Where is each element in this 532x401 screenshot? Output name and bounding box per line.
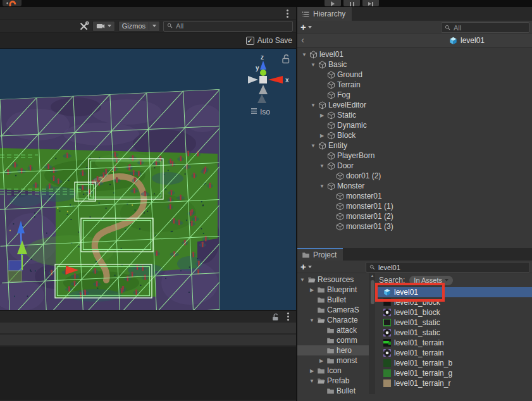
project-result-item[interactable]: level01_block — [375, 307, 532, 318]
project-folder-item[interactable]: attack — [297, 325, 369, 335]
caret-closed-icon[interactable]: ▶ — [309, 287, 315, 293]
hierarchy-item[interactable]: monster01 (1) — [297, 201, 532, 211]
scrollbar-thumb[interactable] — [371, 280, 374, 304]
sprite-asset-icon — [383, 349, 391, 357]
caret-closed-icon[interactable]: ▶ — [319, 133, 325, 139]
search-icon — [166, 22, 174, 30]
project-add-button[interactable]: + — [300, 262, 312, 271]
scene-search-input[interactable]: All — [163, 21, 293, 32]
chevron-down-icon — [308, 26, 312, 28]
gameobject-cube-icon — [327, 71, 335, 79]
console-panel-menu-icon[interactable] — [287, 316, 289, 318]
hierarchy-item[interactable]: ▶Block — [297, 130, 532, 140]
project-result-item[interactable]: level01_terrain — [375, 348, 532, 358]
plus-icon: + — [300, 262, 306, 271]
caret-open-icon[interactable]: ▼ — [309, 318, 315, 323]
caret-closed-icon[interactable]: ▶ — [309, 368, 315, 374]
caret-open-icon[interactable]: ▼ — [319, 163, 325, 169]
hierarchy-item[interactable]: ▼Monster — [297, 181, 532, 191]
pause-button[interactable] — [343, 0, 360, 6]
scroll-up-icon[interactable]: ▲ — [369, 274, 375, 278]
back-chevron-icon[interactable]: ‹ — [301, 34, 304, 45]
console-entry-row[interactable] — [0, 335, 296, 347]
folder-item-label: Blueprint — [327, 285, 357, 294]
hierarchy-item[interactable]: ▼Door — [297, 161, 532, 171]
project-folder-item[interactable]: ▼Prefab — [297, 376, 369, 386]
project-result-item[interactable]: level01 — [375, 287, 532, 297]
scene-camera-dropdown[interactable] — [92, 21, 115, 32]
project-folder-item[interactable]: ▼Resources — [297, 275, 369, 285]
project-folder-item[interactable]: CameraS — [297, 305, 369, 315]
hierarchy-item[interactable]: ▼level01 — [297, 49, 532, 59]
tree-item-label: monster01 — [346, 192, 382, 200]
projection-mode-toggle[interactable]: Iso — [251, 108, 270, 116]
tab-hierarchy[interactable]: Hierarchy — [297, 7, 352, 21]
hierarchy-search-input[interactable]: All — [441, 22, 529, 33]
hierarchy-item[interactable]: Ground — [297, 70, 532, 80]
project-result-item[interactable]: level01_terrain_r — [375, 378, 532, 388]
hierarchy-item[interactable]: PlayerBorn — [297, 151, 532, 161]
tab-project[interactable]: Project — [297, 248, 343, 261]
project-folder-item[interactable]: ▼Characte — [297, 315, 369, 325]
project-folder-item[interactable]: ▶Blueprint — [297, 285, 369, 295]
project-result-item[interactable]: level01_terrain — [375, 338, 532, 348]
hierarchy-item[interactable]: Terrain — [297, 80, 532, 90]
step-button[interactable] — [362, 0, 379, 6]
hierarchy-item[interactable]: ▼Basic — [297, 59, 532, 70]
project-search-results: Search: In Assets level01level01_blockle… — [375, 273, 532, 394]
project-folder-item[interactable]: ▶Icon — [297, 366, 369, 376]
hierarchy-item[interactable]: ▶Static — [297, 110, 532, 120]
scene-viewport[interactable]: z y x Iso — [0, 49, 296, 310]
project-result-item[interactable]: level01_static — [375, 328, 532, 338]
project-result-item[interactable]: level01_terrain_g — [375, 368, 532, 378]
hierarchy-item[interactable]: monster01 — [297, 191, 532, 201]
caret-open-icon[interactable]: ▼ — [310, 62, 316, 68]
project-tab-label: Project — [313, 250, 337, 259]
project-folder-item[interactable]: ▶monst — [297, 355, 369, 366]
hierarchy-item[interactable]: Dynamic — [297, 120, 532, 130]
caret-open-icon[interactable]: ▼ — [301, 52, 307, 58]
caret-open-icon[interactable]: ▼ — [299, 277, 306, 283]
scene-lock-icon[interactable] — [283, 55, 289, 63]
caret-open-icon[interactable]: ▼ — [310, 102, 316, 108]
project-folder-item[interactable]: Bullet — [297, 295, 369, 305]
folder-item-label: CameraS — [327, 305, 359, 314]
unlock-icon[interactable] — [271, 312, 280, 321]
texture-thumbnail-icon — [383, 319, 391, 326]
hierarchy-add-button[interactable]: + — [300, 23, 312, 32]
caret-open-icon[interactable]: ▼ — [309, 378, 315, 384]
autosave-checkbox[interactable]: ✓ — [246, 37, 254, 45]
hierarchy-item[interactable]: Fog — [297, 90, 532, 100]
gizmos-dropdown[interactable]: Gizmos — [118, 21, 160, 32]
project-search-input[interactable]: level01 — [366, 262, 530, 273]
scene-panel-menu-icon[interactable] — [287, 13, 288, 15]
caret-closed-icon[interactable]: ▶ — [319, 113, 325, 118]
project-folder-item[interactable]: comm — [297, 335, 369, 345]
plugin-button[interactable] — [3, 0, 22, 6]
texture-thumbnail-icon — [383, 359, 391, 367]
search-scope-dropdown[interactable]: In Assets — [409, 276, 453, 285]
console-entry-row[interactable] — [0, 323, 296, 335]
project-folder-item[interactable]: hero — [297, 345, 369, 355]
tree-item-label: monster01 (1) — [346, 202, 393, 211]
hierarchy-item[interactable]: door01 (2) — [297, 171, 532, 181]
project-result-item[interactable]: level01_block — [375, 297, 532, 307]
hierarchy-item[interactable]: ▼LevelEditor — [297, 100, 532, 110]
tree-item-label: door01 (2) — [346, 171, 381, 180]
project-result-item[interactable]: level01_static — [375, 318, 532, 328]
play-button[interactable] — [325, 0, 341, 6]
hierarchy-item[interactable]: monster01 (3) — [297, 221, 532, 231]
folder-item-label: Prefab — [327, 376, 349, 385]
caret-open-icon[interactable]: ▼ — [319, 183, 325, 189]
hierarchy-item[interactable]: monster01 (2) — [297, 211, 532, 221]
caret-closed-icon[interactable]: ▶ — [318, 358, 325, 364]
panel-divider[interactable] — [296, 0, 297, 401]
caret-open-icon[interactable]: ▼ — [310, 143, 316, 149]
project-result-item[interactable]: level01_terrain_b — [375, 358, 532, 368]
result-item-label: level01 — [394, 288, 418, 297]
folder-tree-scrollbar[interactable]: ▲ — [369, 273, 375, 394]
breadcrumb-current[interactable]: level01 — [449, 34, 485, 47]
tools-icon[interactable] — [79, 21, 89, 31]
hierarchy-item[interactable]: ▼Entity — [297, 140, 532, 151]
project-folder-item[interactable]: Bullet — [297, 386, 369, 394]
